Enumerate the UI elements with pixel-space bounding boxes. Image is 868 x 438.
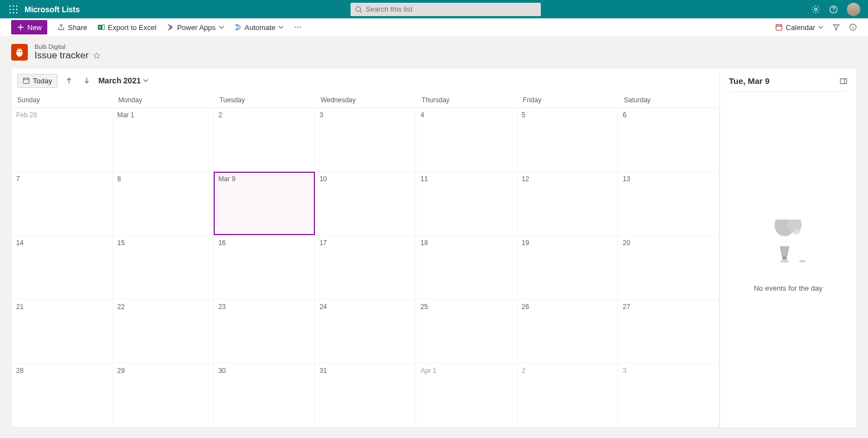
calendar-day[interactable]: 12 bbox=[517, 172, 619, 235]
selected-date-heading: Tue, Mar 9 bbox=[729, 76, 770, 86]
svg-point-36 bbox=[780, 260, 789, 262]
svg-point-2 bbox=[16, 5, 17, 6]
svg-point-17 bbox=[297, 27, 298, 28]
calendar-day[interactable]: 10 bbox=[315, 172, 416, 235]
calendar-day[interactable]: 19 bbox=[517, 236, 619, 299]
calendar-day[interactable]: Apr 1 bbox=[416, 364, 517, 427]
search-input[interactable] bbox=[351, 3, 541, 16]
calendar-day[interactable]: 3 bbox=[618, 364, 719, 427]
svg-rect-34 bbox=[840, 78, 846, 83]
svg-point-13 bbox=[833, 11, 834, 12]
chevron-down-icon bbox=[818, 24, 823, 30]
calendar-day[interactable]: 20 bbox=[618, 236, 719, 299]
calendar-day[interactable]: 28 bbox=[12, 364, 113, 427]
filter-icon[interactable] bbox=[832, 23, 840, 31]
svg-line-30 bbox=[18, 48, 18, 49]
weekday-header: Sunday bbox=[12, 93, 113, 107]
svg-point-25 bbox=[852, 25, 853, 26]
calendar-day[interactable]: 2 bbox=[214, 108, 315, 171]
calendar-day[interactable]: 3 bbox=[315, 108, 416, 171]
prev-month-button[interactable] bbox=[63, 74, 75, 87]
svg-rect-32 bbox=[23, 78, 29, 84]
svg-point-1 bbox=[13, 5, 14, 6]
calendar-day[interactable]: 8 bbox=[113, 172, 214, 235]
svg-point-27 bbox=[18, 51, 19, 52]
svg-rect-41 bbox=[782, 256, 787, 260]
svg-point-26 bbox=[16, 49, 22, 57]
calendar-day[interactable]: 7 bbox=[12, 172, 113, 235]
share-icon bbox=[57, 23, 65, 31]
collapse-panel-icon[interactable] bbox=[840, 77, 847, 85]
svg-point-6 bbox=[9, 12, 11, 13]
calendar-day[interactable]: 26 bbox=[517, 300, 619, 363]
calendar-day[interactable]: 15 bbox=[113, 236, 214, 299]
calendar-day[interactable]: 5 bbox=[517, 108, 619, 171]
chevron-down-icon bbox=[219, 24, 224, 30]
plus-icon bbox=[17, 23, 24, 31]
calendar-day[interactable]: 4 bbox=[416, 108, 517, 171]
share-button[interactable]: Share bbox=[57, 23, 87, 32]
svg-point-0 bbox=[9, 5, 11, 6]
powerapps-button[interactable]: Power Apps bbox=[166, 23, 224, 32]
export-button[interactable]: Export to Excel bbox=[97, 23, 156, 32]
calendar-day[interactable]: 30 bbox=[214, 364, 315, 427]
favorite-star-icon[interactable] bbox=[93, 52, 101, 59]
settings-icon[interactable] bbox=[811, 5, 820, 14]
site-name[interactable]: Bulb Digital bbox=[34, 43, 101, 50]
weekday-header: Thursday bbox=[416, 93, 517, 107]
calendar-day[interactable]: 18 bbox=[416, 236, 517, 299]
calendar-day[interactable]: 29 bbox=[113, 364, 214, 427]
today-label: Today bbox=[33, 77, 52, 85]
view-button[interactable]: Calendar bbox=[775, 23, 823, 32]
svg-point-38 bbox=[794, 229, 800, 235]
calendar-day[interactable]: 16 bbox=[214, 236, 315, 299]
app-name[interactable]: Microsoft Lists bbox=[24, 5, 80, 14]
calendar-day[interactable]: Mar 9 bbox=[214, 172, 315, 235]
month-picker[interactable]: March 2021 bbox=[98, 76, 149, 85]
share-label: Share bbox=[68, 23, 87, 32]
svg-rect-15 bbox=[102, 25, 104, 30]
calendar-day[interactable]: 17 bbox=[315, 236, 416, 299]
info-icon[interactable] bbox=[849, 23, 857, 31]
weekday-header: Saturday bbox=[618, 93, 719, 107]
today-button[interactable]: Today bbox=[17, 74, 57, 88]
new-label: New bbox=[27, 23, 42, 32]
calendar-day[interactable]: 24 bbox=[315, 300, 416, 363]
more-button[interactable] bbox=[294, 23, 302, 31]
empty-state-balloon-icon bbox=[763, 220, 813, 275]
calendar-day[interactable]: 6 bbox=[618, 108, 719, 171]
svg-point-7 bbox=[13, 12, 14, 13]
search-icon bbox=[355, 6, 362, 13]
profile-avatar[interactable] bbox=[847, 3, 860, 16]
calendar-day[interactable]: 31 bbox=[315, 364, 416, 427]
calendar-day[interactable]: Feb 28 bbox=[12, 108, 113, 171]
chevron-down-icon bbox=[143, 78, 149, 83]
calendar-day[interactable]: 25 bbox=[416, 300, 517, 363]
svg-point-28 bbox=[20, 51, 21, 52]
svg-point-3 bbox=[9, 8, 11, 9]
svg-point-4 bbox=[13, 8, 14, 9]
svg-rect-19 bbox=[776, 25, 782, 31]
help-icon[interactable] bbox=[829, 5, 838, 14]
calendar-day[interactable]: 27 bbox=[618, 300, 719, 363]
weekday-header: Monday bbox=[113, 93, 214, 107]
calendar-day[interactable]: 2 bbox=[517, 364, 619, 427]
svg-point-18 bbox=[300, 27, 301, 28]
calendar-day[interactable]: Mar 1 bbox=[113, 108, 214, 171]
next-month-button[interactable] bbox=[81, 74, 93, 87]
calendar-day[interactable]: 23 bbox=[214, 300, 315, 363]
calendar-day[interactable]: 21 bbox=[12, 300, 113, 363]
app-launcher-icon[interactable] bbox=[6, 5, 21, 14]
calendar-day[interactable]: 14 bbox=[12, 236, 113, 299]
excel-icon bbox=[97, 23, 105, 31]
new-button[interactable]: New bbox=[11, 20, 47, 34]
chevron-down-icon bbox=[278, 24, 284, 30]
calendar-day[interactable]: 13 bbox=[618, 172, 719, 235]
arrow-down-icon bbox=[83, 77, 91, 84]
automate-button[interactable]: Automate bbox=[234, 23, 284, 32]
arrow-up-icon bbox=[65, 77, 73, 84]
powerapps-label: Power Apps bbox=[177, 23, 215, 32]
calendar-day[interactable]: 22 bbox=[113, 300, 214, 363]
calendar-day[interactable]: 11 bbox=[416, 172, 517, 235]
search-field[interactable] bbox=[366, 5, 536, 13]
